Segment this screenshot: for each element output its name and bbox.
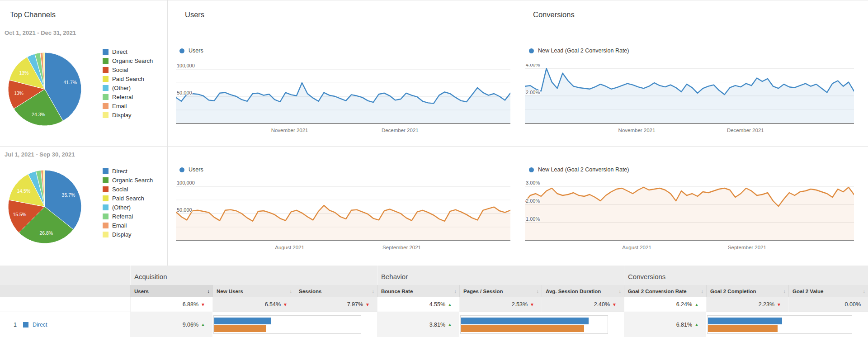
svg-text:41.7%: 41.7% — [63, 80, 77, 85]
trend-arrow-icon: ▲ — [448, 322, 452, 327]
column-header-sessions[interactable]: Sessions ↓ — [295, 285, 377, 297]
top-channels-pie-q4[interactable]: 41.7%24.3%13%13% — [7, 52, 82, 127]
legend-item[interactable]: Social — [103, 65, 153, 74]
sort-icon[interactable]: ↓ — [701, 288, 703, 294]
legend-item[interactable]: Display — [103, 110, 153, 119]
legend-swatch-icon — [103, 168, 108, 174]
legend-item[interactable]: Paid Search — [103, 194, 153, 203]
summary-goal2-completion: 2.23% ▼ — [706, 297, 788, 312]
legend-item[interactable]: Organic Search — [103, 56, 153, 65]
trend-arrow-icon: ▼ — [201, 302, 205, 307]
column-header-new-users[interactable]: New Users ↓ — [212, 285, 295, 297]
legend-swatch-icon — [103, 67, 108, 73]
top-channels-panel: Top Channels Oct 1, 2021 - Dec 31, 2021 … — [0, 0, 167, 146]
users-panel-q3: Users 50,000100,000August 2021September … — [167, 146, 517, 266]
svg-text:26.8%: 26.8% — [39, 230, 53, 236]
series-label: Users — [189, 47, 203, 54]
direct-new-users-bars — [212, 312, 377, 337]
summary-sessions: 7.97% ▼ — [295, 297, 377, 312]
conversions-legend-q3[interactable]: New Lead (Goal 2 Conversion Rate) — [529, 166, 629, 173]
users-line-chart-q3[interactable]: 50,000100,000August 2021September 2021 — [176, 181, 510, 253]
sort-icon[interactable]: ↓ — [783, 288, 786, 294]
users-line-chart-q4[interactable]: 50,000100,000November 2021December 2021 — [176, 64, 510, 136]
trend-arrow-icon: ▼ — [777, 302, 781, 307]
column-header-pages-session[interactable]: Pages / Session ↓ — [459, 285, 542, 297]
svg-text:50,000: 50,000 — [177, 90, 192, 95]
sort-icon[interactable]: ↓ — [618, 288, 621, 294]
analytics-dashboard: Top Channels Oct 1, 2021 - Dec 31, 2021 … — [0, 0, 868, 337]
legend-swatch-icon — [103, 223, 108, 228]
bar-panel — [707, 315, 852, 334]
bar-range2 — [461, 325, 584, 332]
legend-swatch-icon — [103, 76, 108, 82]
legend-item[interactable]: Referral — [103, 92, 153, 101]
series-dot-icon — [179, 48, 184, 53]
users-legend-q4[interactable]: Users — [179, 47, 203, 54]
legend-item[interactable]: Direct — [103, 166, 153, 176]
conversions-line-chart-q4[interactable]: 2.00%4.00%November 2021December 2021 — [525, 64, 854, 136]
series-key-icon — [23, 322, 28, 328]
legend-swatch-icon — [103, 186, 108, 192]
bar-range1 — [708, 318, 782, 324]
legend-item[interactable]: Organic Search — [103, 176, 153, 185]
sort-descending-icon[interactable]: ↓ — [207, 288, 210, 294]
channels-legend-q4: DirectOrganic SearchSocialPaid Search(Ot… — [103, 47, 153, 119]
legend-item[interactable]: (Other) — [103, 203, 153, 212]
trend-arrow-icon: ▼ — [530, 302, 534, 307]
legend-item[interactable]: (Other) — [103, 83, 153, 92]
users-panel-q4: Users Users 50,000100,000November 2021De… — [167, 0, 517, 146]
svg-text:August 2021: August 2021 — [622, 245, 651, 250]
svg-text:15.5%: 15.5% — [13, 212, 26, 217]
column-header-goal2-value[interactable]: Goal 2 Value ↓ — [788, 285, 868, 297]
trend-arrow-icon: ▼ — [612, 302, 617, 307]
trend-arrow-icon: ▲ — [448, 302, 452, 307]
group-header-spacer — [0, 266, 130, 285]
conversions-panel-q3: New Lead (Goal 2 Conversion Rate) 1.00%2… — [517, 146, 868, 266]
conversions-legend-q4[interactable]: New Lead (Goal 2 Conversion Rate) — [529, 47, 629, 54]
legend-swatch-icon — [103, 195, 108, 201]
legend-swatch-icon — [103, 85, 108, 91]
column-header-bounce-rate[interactable]: Bounce Rate ↓ — [377, 285, 459, 297]
channels-comparison-table: Acquisition Behavior Conversions Users ↓… — [0, 266, 868, 337]
direct-users-change: 9.06% ▲ — [130, 312, 212, 337]
column-header-goal2-completion[interactable]: Goal 2 Completion ↓ — [706, 285, 788, 297]
legend-item[interactable]: Direct — [103, 47, 153, 56]
sort-icon[interactable]: ↓ — [536, 288, 539, 294]
legend-item[interactable]: Social — [103, 185, 153, 194]
channel-link-direct[interactable]: Direct — [33, 322, 47, 328]
sort-icon[interactable]: ↓ — [372, 288, 374, 294]
column-header-users[interactable]: Users ↓ — [130, 285, 212, 297]
column-header-avg-session-duration[interactable]: Avg. Session Duration ↓ — [542, 285, 624, 297]
svg-text:1.00%: 1.00% — [526, 216, 540, 222]
series-label: Users — [189, 166, 203, 173]
legend-swatch-icon — [103, 94, 108, 100]
legend-item[interactable]: Display — [103, 230, 153, 239]
series-dot-icon — [529, 48, 534, 53]
column-header-goal2-conversion-rate[interactable]: Goal 2 Conversion Rate ↓ — [624, 285, 706, 297]
sort-icon[interactable]: ↓ — [863, 288, 865, 294]
svg-text:14.5%: 14.5% — [17, 188, 31, 194]
top-channels-title: Top Channels — [10, 10, 56, 19]
legend-item[interactable]: Email — [103, 101, 153, 110]
trend-arrow-icon: ▲ — [694, 302, 699, 307]
legend-swatch-icon — [103, 204, 108, 210]
legend-item[interactable]: Referral — [103, 212, 153, 221]
users-legend-q3[interactable]: Users — [179, 166, 203, 173]
conversions-line-chart-q3[interactable]: 1.00%2.00%3.00%August 2021September 2021 — [525, 181, 854, 253]
legend-item[interactable]: Paid Search — [103, 74, 153, 83]
sort-icon[interactable]: ↓ — [454, 288, 457, 294]
summary-bounce-rate: 4.55% ▲ — [377, 297, 459, 312]
top-channels-pie-q3[interactable]: 35.7%26.8%15.5%14.5% — [7, 169, 82, 244]
summary-pages-session: 2.53% ▼ — [459, 297, 542, 312]
legend-item[interactable]: Email — [103, 221, 153, 230]
trend-arrow-icon: ▲ — [201, 322, 205, 327]
charts-section: Top Channels Oct 1, 2021 - Dec 31, 2021 … — [0, 0, 868, 266]
date-range-q3: Jul 1, 2021 - Sep 30, 2021 — [5, 151, 75, 158]
svg-text:September 2021: September 2021 — [382, 245, 421, 250]
bar-range2 — [708, 325, 778, 332]
svg-text:August 2021: August 2021 — [275, 245, 304, 250]
series-dot-icon — [529, 167, 534, 172]
bar-range1 — [214, 318, 271, 324]
series-dot-icon — [179, 167, 184, 172]
sort-icon[interactable]: ↓ — [289, 288, 292, 294]
